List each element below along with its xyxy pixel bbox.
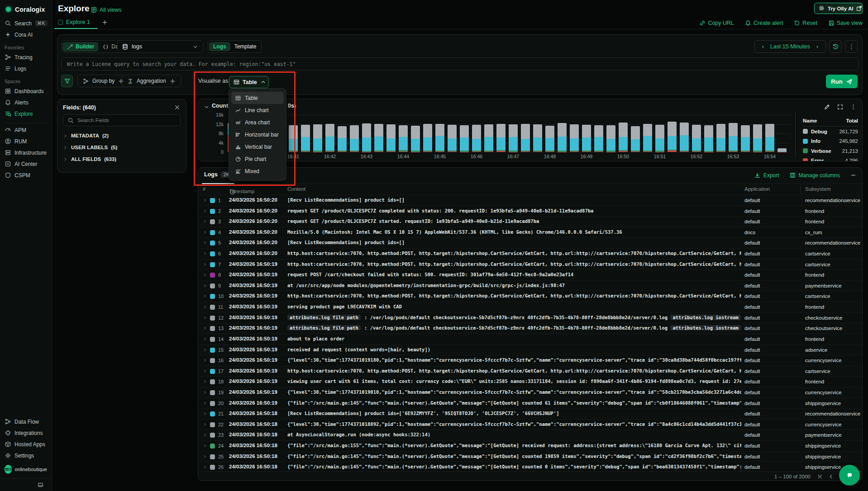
row-expand-icon[interactable]: [203, 230, 207, 235]
chat-widget-button[interactable]: [839, 465, 860, 486]
logs-tab[interactable]: Logs 2K: [204, 171, 232, 178]
chart-bar[interactable]: [301, 115, 310, 152]
chart-bar[interactable]: [655, 115, 664, 152]
sidebar-item-infrastructure[interactable]: Infrastructure: [0, 147, 52, 158]
vis-option-line-chart[interactable]: Line chart: [231, 104, 284, 116]
sidebar-item-tracing[interactable]: Tracing: [0, 52, 52, 63]
table-row[interactable]: 2524/03/2026 16:50:18{"file":"/src/main.…: [198, 451, 862, 462]
table-row[interactable]: 124/03/2026 16:50:20[Recv ListRecommenda…: [198, 195, 862, 206]
chart-bar[interactable]: [350, 115, 359, 152]
table-row[interactable]: 1324/03/2026 16:50:19attributes.log_file…: [198, 323, 862, 334]
close-icon[interactable]: [174, 104, 181, 111]
row-expand-icon[interactable]: [203, 251, 207, 256]
sidebar-item-data-flow[interactable]: Data Flow: [0, 416, 52, 427]
table-row[interactable]: 424/03/2026 16:50:20Mozilla/5.0 (Macinto…: [198, 227, 862, 238]
chart-bar[interactable]: [777, 115, 787, 152]
chart-bar[interactable]: [533, 115, 542, 152]
bottom-panel-icon[interactable]: [37, 482, 44, 488]
logs-more-icon[interactable]: [850, 172, 857, 179]
fields-search[interactable]: [63, 114, 181, 126]
table-row[interactable]: 724/03/2026 16:50:19http.host:cartservic…: [198, 259, 862, 270]
legend-row-info[interactable]: Info245,982: [803, 137, 858, 146]
time-more-button[interactable]: [845, 40, 858, 53]
copy-url-button[interactable]: Copy URL: [699, 20, 734, 26]
table-row[interactable]: 2424/03/2026 16:50:18{"file":"/src/main.…: [198, 440, 862, 451]
chart-bar[interactable]: [521, 115, 530, 152]
vis-option-vertical-bar[interactable]: Vertical bar: [231, 141, 284, 153]
row-expand-icon[interactable]: [203, 433, 207, 437]
legend-row-error[interactable]: Error4,296: [803, 156, 858, 162]
table-row[interactable]: 1724/03/2026 16:50:19http.host:cartservi…: [198, 366, 862, 377]
time-prev-icon[interactable]: [759, 43, 766, 50]
aggregation-button[interactable]: Aggregation: [122, 75, 181, 87]
row-expand-icon[interactable]: [203, 316, 207, 320]
sidebar-item-alerts[interactable]: Alerts: [0, 97, 52, 108]
chart-bar[interactable]: [411, 115, 420, 152]
chart-bar[interactable]: [582, 115, 591, 152]
row-expand-icon[interactable]: [203, 358, 207, 363]
chart-bar[interactable]: [753, 115, 762, 152]
table-row[interactable]: 2124/03/2026 16:50:18[Recv ListRecommend…: [198, 408, 862, 419]
vis-option-pie-chart[interactable]: Pie chart: [231, 153, 284, 165]
sidebar-item-dashboards[interactable]: Dashboards: [0, 85, 52, 97]
first-page-button[interactable]: [817, 473, 823, 480]
row-expand-icon[interactable]: [203, 444, 207, 448]
vis-option-area-chart[interactable]: Area chart: [231, 116, 284, 128]
chart-bar[interactable]: [570, 115, 579, 152]
row-expand-icon[interactable]: [203, 294, 207, 298]
chart-bar[interactable]: [325, 115, 334, 152]
chart-bar[interactable]: [313, 115, 322, 152]
table-row[interactable]: 1124/03/2026 16:50:19serving product pag…: [198, 302, 862, 312]
account-row[interactable]: BO onlineboutique: [0, 461, 52, 478]
chart-bar[interactable]: [362, 115, 371, 152]
row-expand-icon[interactable]: [203, 262, 207, 267]
table-row[interactable]: 1624/03/2026 16:50:19{"level":30,"time":…: [198, 355, 862, 366]
lucene-query-input[interactable]: [61, 57, 858, 71]
manage-columns-button[interactable]: Manage columns: [789, 172, 840, 179]
chart-bar[interactable]: [338, 115, 347, 152]
row-expand-icon[interactable]: [203, 219, 207, 224]
reset-button[interactable]: Reset: [794, 20, 817, 26]
create-alert-button[interactable]: Create alert: [745, 20, 783, 26]
filter-button[interactable]: [61, 75, 73, 87]
edit-chart-icon[interactable]: [824, 104, 830, 110]
chart-bar[interactable]: [594, 115, 603, 152]
time-next-icon[interactable]: [814, 43, 821, 50]
mode-template-option[interactable]: Template: [230, 42, 261, 51]
row-expand-icon[interactable]: [203, 337, 207, 341]
field-group-user-labels[interactable]: USER LABELS(5): [57, 142, 186, 153]
table-row[interactable]: 1224/03/2026 16:50:19attributes.log_file…: [198, 312, 862, 323]
row-expand-icon[interactable]: [203, 369, 207, 373]
mode-logs-option[interactable]: Logs: [209, 42, 230, 51]
all-views-link[interactable]: All views: [91, 6, 122, 13]
fields-search-input[interactable]: [77, 118, 176, 123]
chart-bar[interactable]: [399, 115, 408, 152]
vis-option-horizontal-bar[interactable]: Horizontal bar: [231, 128, 284, 141]
field-group-metadata[interactable]: METADATA(2): [57, 130, 186, 142]
export-button[interactable]: Export: [754, 172, 779, 179]
chart-bar[interactable]: [386, 115, 396, 152]
chart-collapse-icon[interactable]: [203, 104, 210, 110]
logo[interactable]: Coralogix: [0, 4, 52, 18]
chart-bar[interactable]: [643, 115, 652, 152]
run-button[interactable]: Run: [826, 75, 858, 88]
chart-bar[interactable]: [423, 115, 432, 152]
row-expand-icon[interactable]: [203, 326, 207, 330]
row-expand-icon[interactable]: [203, 273, 207, 277]
table-row[interactable]: 2624/03/2026 16:50:18{"file":"/src/main.…: [198, 462, 862, 472]
query-history-button[interactable]: [829, 40, 842, 53]
row-expand-icon[interactable]: [203, 401, 207, 406]
chart-bar[interactable]: [435, 115, 444, 152]
row-expand-icon[interactable]: [203, 411, 207, 416]
prev-page-button[interactable]: [828, 473, 834, 480]
vis-option-table[interactable]: Table: [231, 92, 284, 104]
table-row[interactable]: 2324/03/2026 16:50:18at AsyncLocalStorag…: [198, 430, 862, 440]
chart-bar[interactable]: [668, 115, 677, 152]
chart-bar[interactable]: [484, 115, 493, 152]
row-expand-icon[interactable]: [203, 390, 207, 395]
table-row[interactable]: 824/03/2026 16:50:19request POST /cart/c…: [198, 269, 862, 280]
table-row[interactable]: 324/03/2026 16:50:20request GET /product…: [198, 216, 862, 227]
row-expand-icon[interactable]: [203, 283, 207, 288]
chart-bar[interactable]: [680, 115, 689, 152]
legend-row-verbose[interactable]: Verbose21,213: [803, 146, 858, 156]
